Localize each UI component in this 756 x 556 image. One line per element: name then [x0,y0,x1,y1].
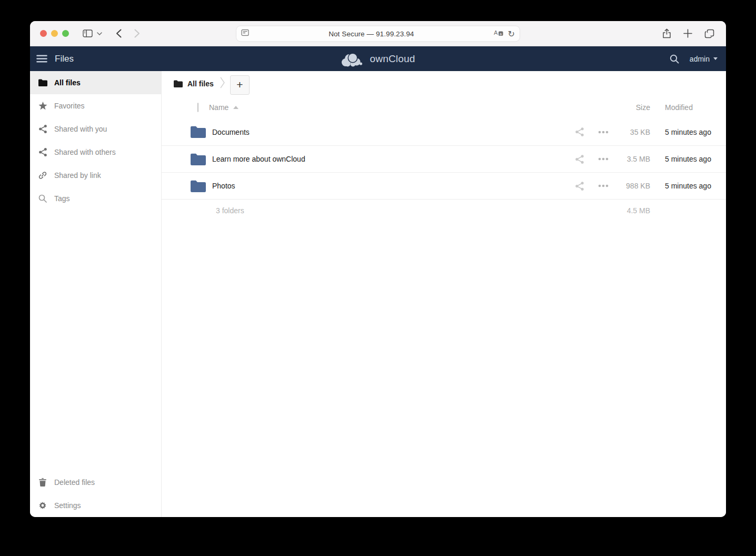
sidebar-item-label: Deleted files [54,478,95,486]
sidebar-item-label: Favorites [54,102,85,110]
svg-text:A: A [494,29,498,36]
file-size: 3.5 MB [615,155,665,163]
sidebar-item-deleted-files[interactable]: Deleted files [30,471,161,494]
traffic-lights [40,30,69,37]
column-header-size[interactable]: Size [615,103,665,112]
new-file-button[interactable]: + [230,75,250,95]
column-header-modified[interactable]: Modified [665,103,726,112]
gear-icon [38,501,47,510]
share-action-icon[interactable] [568,155,591,164]
browser-window: Not Secure — 91.99.23.94 A a ↻ [30,21,726,517]
reload-icon[interactable]: ↻ [508,28,515,38]
sidebar-item-settings[interactable]: Settings [30,494,161,517]
file-name: Learn more about ownCloud [212,155,305,163]
sidebar-item-favorites[interactable]: Favorites [30,94,161,117]
close-window-button[interactable] [40,30,47,37]
share-action-icon[interactable] [568,127,591,136]
column-header-name[interactable]: Name [209,103,238,112]
breadcrumb-label: All files [187,80,214,88]
app-sidebar: All files Favorites Shared with you Shar… [30,71,162,517]
tab-overview-icon[interactable] [704,29,714,38]
link-icon [38,171,47,180]
file-list-panel: All files + Name Size Modified [162,71,726,517]
table-row-photos[interactable]: Photos 988 KB 5 minutes ago [162,172,726,199]
trash-icon [38,478,47,486]
app-menu-icon[interactable] [30,46,54,71]
star-icon [38,102,47,110]
sidebar-item-shared-with-others[interactable]: Shared with others [30,141,161,164]
chevron-down-icon[interactable] [97,32,102,35]
folder-icon [38,79,47,86]
file-name: Photos [212,182,235,190]
folder-icon [191,126,206,138]
select-all-checkbox[interactable] [197,103,198,112]
url-text[interactable]: Not Secure — 91.99.23.94 [249,29,494,37]
table-row-learn-more[interactable]: Learn more about ownCloud 3.5 MB 5 minut… [162,145,726,172]
sidebar-item-label: Shared with others [54,148,116,156]
file-table-header: Name Size Modified [162,96,726,118]
user-caret-icon [713,57,718,60]
sidebar-item-shared-with-you[interactable]: Shared with you [30,117,161,141]
owncloud-cloud-icon [341,51,365,67]
share-icon [38,148,47,156]
file-size: 988 KB [615,182,665,190]
name-header-label: Name [209,103,228,112]
table-row-documents[interactable]: Documents 35 KB 5 minutes ago [162,118,726,145]
more-actions-icon[interactable] [591,131,615,134]
sidebar-item-label: All files [54,78,81,87]
app-title: Files [55,54,74,64]
back-button[interactable] [116,29,122,38]
file-modified: 5 minutes ago [665,128,726,136]
breadcrumb-chevron-icon [220,77,225,91]
owncloud-logo: ownCloud [341,51,415,67]
sidebar-item-label: Shared with you [54,125,107,133]
sort-ascending-icon [233,106,238,109]
sidebar-toggle-icon[interactable] [83,29,93,37]
sidebar-item-label: Settings [54,501,81,510]
search-icon[interactable] [670,54,679,64]
page-settings-icon[interactable] [241,29,249,38]
sidebar-item-label: Tags [54,194,70,203]
file-modified: 5 minutes ago [665,155,726,163]
total-size: 4.5 MB [615,206,665,215]
more-actions-icon[interactable] [591,184,615,187]
folder-icon [191,180,206,192]
file-table-summary: 3 folders 4.5 MB [162,199,726,221]
breadcrumb: All files + [162,71,726,96]
folder-icon [191,153,206,165]
folder-count: 3 folders [216,206,244,215]
svg-text:a: a [500,32,502,36]
translate-icon[interactable]: A a [494,29,503,38]
file-size: 35 KB [615,128,665,136]
tag-search-icon [38,194,47,203]
sidebar-item-label: Shared by link [54,171,101,180]
share-icon [38,125,47,133]
share-action-icon[interactable] [568,182,591,191]
user-name: admin [690,55,710,63]
minimize-window-button[interactable] [51,30,58,37]
file-rows: Documents 35 KB 5 minutes ago Learn more… [162,118,726,199]
address-bar[interactable]: Not Secure — 91.99.23.94 A a ↻ [236,25,520,42]
breadcrumb-home[interactable]: All files [174,80,214,88]
sidebar-item-all-files[interactable]: All files [30,71,161,94]
file-name: Documents [212,128,250,136]
share-page-icon[interactable] [662,28,671,39]
browser-toolbar: Not Secure — 91.99.23.94 A a ↻ [30,21,726,46]
new-tab-icon[interactable] [683,29,692,38]
owncloud-header: Files ownCloud admin [30,46,726,71]
zoom-window-button[interactable] [62,30,69,37]
forward-button[interactable] [134,29,140,38]
sidebar-item-tags[interactable]: Tags [30,187,161,210]
file-modified: 5 minutes ago [665,182,726,190]
brand-name: ownCloud [370,53,415,65]
sidebar-item-shared-by-link[interactable]: Shared by link [30,164,161,187]
sidebar-spacer [30,210,161,471]
more-actions-icon[interactable] [591,157,615,161]
folder-icon [174,80,183,87]
user-menu[interactable]: admin [690,55,718,63]
